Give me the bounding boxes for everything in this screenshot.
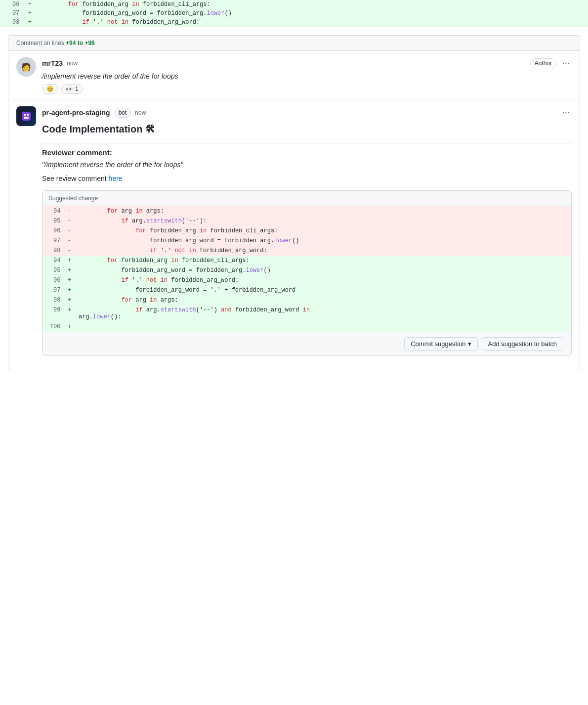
reviewer-quote: "/implement reverse the order of the for…	[42, 161, 572, 169]
bot-comment-more-button[interactable]: ···	[560, 106, 572, 119]
sdt-sign-a98: +	[65, 295, 74, 305]
bot-title: Code Implementation 🛠	[42, 124, 572, 135]
bot-comment-time: now	[135, 109, 146, 116]
avatar-mrt23: 🧑	[16, 57, 36, 77]
removed-row-96: 96 - for forbidden_arg in forbidden_cli_…	[42, 226, 571, 236]
svg-rect-0	[22, 112, 31, 121]
removed-row-98: 98 - if '.' not in forbidden_arg_word:	[42, 246, 571, 256]
first-comment-author: mrT23	[42, 59, 63, 67]
sdt-code-r94: for arg in args:	[74, 206, 571, 216]
sdt-num-a95: 95	[42, 265, 65, 275]
add-to-batch-button[interactable]: Add suggestion to batch	[482, 337, 564, 351]
first-comment-text: /implement reverse the order of the for …	[42, 72, 572, 80]
bot-badge: bot	[114, 108, 131, 118]
sdt-sign-a94: +	[65, 256, 74, 265]
added-row-97: 97 + forbidden_arg_word = '.' + forbidde…	[42, 285, 571, 295]
see-review-text: See review comment	[42, 175, 109, 182]
bot-comment-item: pr-agent-pro-staging bot now ··· Code Im…	[8, 100, 580, 370]
first-comment-actions: Author ···	[530, 57, 572, 69]
sdt-num-r94: 94	[42, 206, 65, 216]
comment-section: Comment on lines +94 to +98 🧑 mrT23 now …	[8, 35, 580, 370]
sdt-num-a96: 96	[42, 275, 65, 285]
line-num-98: 98	[0, 18, 25, 27]
sdt-num-a98: 98	[42, 295, 65, 305]
sdt-num-a99: 99	[42, 305, 65, 322]
sdt-num-r95: 95	[42, 216, 65, 226]
added-row-98: 98 + for arg in args:	[42, 295, 571, 305]
first-comment-meta: mrT23 now Author ···	[42, 57, 572, 69]
sdt-sign-r96: -	[65, 226, 74, 236]
add-to-batch-label: Add suggestion to batch	[488, 340, 557, 348]
sdt-code-a94: for forbidden_arg in forbidden_cli_args:	[74, 256, 571, 265]
added-row-94: 94 + for forbidden_arg in forbidden_cli_…	[42, 256, 571, 265]
see-review-link[interactable]: here	[109, 175, 123, 182]
sdt-sign-a100: +	[65, 322, 74, 332]
sdt-num-r97: 97	[42, 236, 65, 246]
sdt-code-r98: if '.' not in forbidden_arg_word:	[74, 246, 571, 256]
sdt-sign-a97: +	[65, 285, 74, 295]
diff-row-98: 98 + if '.' not in forbidden_arg_word:	[0, 18, 588, 27]
first-comment-body: mrT23 now Author ··· /implement reverse …	[42, 57, 572, 94]
suggested-diff-table: 94 - for arg in args: 95 - if arg.starts…	[42, 206, 571, 332]
bot-comment-author: pr-agent-pro-staging	[42, 109, 110, 117]
diff-code-98: if '.' not in forbidden_arg_word:	[35, 18, 588, 27]
added-row-96: 96 + if '.' not in forbidden_arg_word:	[42, 275, 571, 285]
diff-sign-96: +	[25, 0, 35, 9]
comment-header: Comment on lines +94 to +98	[8, 36, 580, 51]
sdt-code-a97: forbidden_arg_word = '.' + forbidden_arg…	[74, 285, 571, 295]
diff-sign-98: +	[25, 18, 35, 27]
added-row-95: 95 + forbidden_arg_word = forbidden_arg.…	[42, 265, 571, 275]
bot-comment-actions: ···	[560, 106, 572, 119]
top-diff-area: 96 + for forbidden_arg in forbidden_cli_…	[0, 0, 588, 27]
commit-dropdown-icon: ▾	[468, 340, 471, 348]
svg-rect-1	[24, 114, 26, 116]
reaction-count: 1	[75, 86, 79, 92]
sdt-num-a97: 97	[42, 285, 65, 295]
line-num-97: 97	[0, 9, 25, 18]
divider-1	[42, 143, 572, 143]
sdt-sign-a96: +	[65, 275, 74, 285]
sdt-code-a98: for arg in args:	[74, 295, 571, 305]
svg-rect-2	[27, 114, 29, 116]
reviewer-comment-label: Reviewer comment:	[42, 148, 572, 157]
svg-rect-3	[24, 117, 29, 119]
added-row-100: 100 +	[42, 322, 571, 332]
added-row-99: 99 + if arg.startswith('--') and forbidd…	[42, 305, 571, 322]
removed-row-95: 95 - if arg.startswith('--'):	[42, 216, 571, 226]
diff-code-97: forbidden_arg_word = forbidden_arg.lower…	[35, 9, 588, 18]
author-badge: Author	[530, 58, 556, 68]
sdt-sign-r98: -	[65, 246, 74, 256]
line-num-96: 96	[0, 0, 25, 9]
diff-code-96: for forbidden_arg in forbidden_cli_args:	[35, 0, 588, 9]
sdt-sign-a95: +	[65, 265, 74, 275]
suggest-footer: Commit suggestion ▾ Add suggestion to ba…	[42, 332, 571, 355]
eyes-reaction-button[interactable]: 👀 1	[61, 84, 83, 94]
reactions-row: 😊 👀 1	[42, 84, 572, 94]
removed-row-94: 94 - for arg in args:	[42, 206, 571, 216]
see-review-line: See review comment here	[42, 175, 572, 182]
comment-header-label: Comment on lines	[16, 40, 66, 46]
bot-comment-meta: pr-agent-pro-staging bot now ···	[42, 106, 572, 119]
suggested-change-header: Suggested change	[42, 191, 571, 206]
sdt-num-r96: 96	[42, 226, 65, 236]
sdt-num-a94: 94	[42, 256, 65, 265]
sdt-code-r95: if arg.startswith('--'):	[74, 216, 571, 226]
eyes-icon: 👀	[66, 86, 73, 92]
sdt-code-a100	[74, 322, 571, 332]
diff-row-97: 97 + forbidden_arg_word = forbidden_arg.…	[0, 9, 588, 18]
smile-reaction-button[interactable]: 😊	[42, 84, 58, 94]
sdt-code-r97: forbidden_arg_word = forbidden_arg.lower…	[74, 236, 571, 246]
avatar-bot	[16, 106, 36, 126]
suggested-change-box: Suggested change 94 - for arg in args: 9…	[42, 190, 572, 356]
commit-suggestion-button[interactable]: Commit suggestion ▾	[404, 337, 477, 351]
removed-row-97: 97 - forbidden_arg_word = forbidden_arg.…	[42, 236, 571, 246]
comment-header-range: +94 to +98	[66, 40, 95, 46]
diff-sign-97: +	[25, 9, 35, 18]
first-comment-more-button[interactable]: ···	[560, 57, 572, 69]
commit-suggestion-label: Commit suggestion	[411, 340, 465, 348]
top-diff-table: 96 + for forbidden_arg in forbidden_cli_…	[0, 0, 588, 27]
sdt-code-a96: if '.' not in forbidden_arg_word:	[74, 275, 571, 285]
first-comment: 🧑 mrT23 now Author ··· /implement revers…	[8, 51, 580, 100]
smile-icon: 😊	[46, 86, 54, 92]
sdt-num-a100: 100	[42, 322, 65, 332]
